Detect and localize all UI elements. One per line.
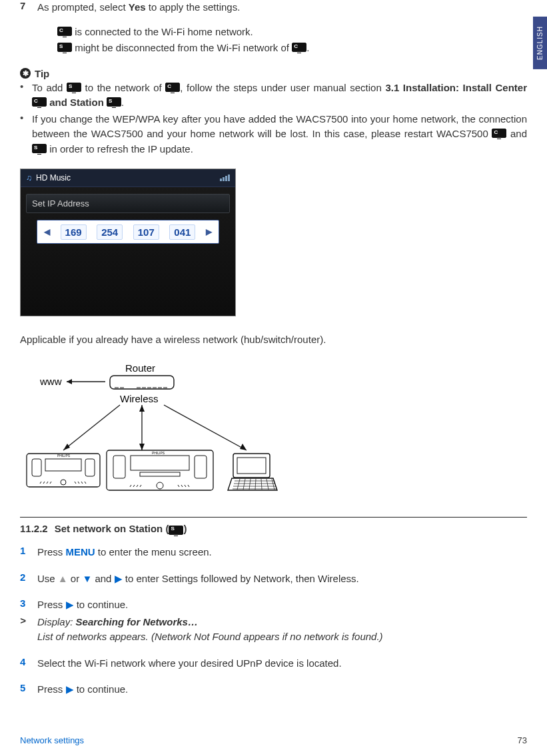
center-icon: C bbox=[165, 83, 180, 92]
svg-line-24 bbox=[43, 482, 45, 484]
step-number: 3 bbox=[20, 597, 37, 612]
svg-line-38 bbox=[130, 485, 131, 487]
ip-octet: 041 bbox=[169, 224, 195, 240]
step-1-text: Press MENU to enter the menu screen. bbox=[37, 545, 527, 560]
svg-line-58 bbox=[267, 479, 269, 490]
station-icon: S bbox=[57, 43, 72, 52]
svg-rect-20 bbox=[85, 459, 95, 476]
svg-text:PHILIPS: PHILIPS bbox=[57, 454, 71, 458]
svg-line-26 bbox=[50, 482, 51, 484]
svg-rect-47 bbox=[233, 454, 270, 478]
svg-text:PHILIPS: PHILIPS bbox=[152, 451, 165, 455]
ip-label: Set IP Address bbox=[26, 194, 230, 213]
svg-line-28 bbox=[75, 482, 76, 484]
step-3-text: Press ▶ to continue. bbox=[37, 597, 527, 612]
svg-line-31 bbox=[85, 482, 86, 484]
svg-line-46 bbox=[188, 485, 189, 487]
station-icon: S bbox=[32, 144, 47, 153]
svg-line-30 bbox=[81, 482, 83, 484]
ip-field[interactable]: ◀ 169 254 107 041 ▶ bbox=[37, 220, 219, 244]
chevron-right-icon: ▶ bbox=[206, 227, 212, 236]
svg-rect-36 bbox=[140, 472, 180, 476]
center-icon: C bbox=[57, 27, 72, 36]
step-7-text: As prompted, select Yes to apply the set… bbox=[37, 0, 527, 15]
ip-octet: 107 bbox=[133, 224, 159, 240]
step-number-7: 7 bbox=[20, 0, 37, 15]
section-divider bbox=[20, 517, 527, 518]
up-arrow-icon: ▲ bbox=[58, 573, 68, 584]
tip-label: Tip bbox=[35, 68, 49, 79]
chevron-left-icon: ◀ bbox=[44, 227, 50, 236]
music-note-icon: ♫ bbox=[26, 173, 32, 183]
svg-rect-35 bbox=[131, 456, 189, 470]
svg-marker-14 bbox=[139, 405, 145, 412]
right-arrow-icon: ▶ bbox=[66, 683, 74, 695]
center-icon: C bbox=[32, 97, 47, 107]
applicable-text: Applicable if you already have a wireles… bbox=[20, 332, 527, 348]
ip-octet: 169 bbox=[61, 224, 87, 240]
svg-line-40 bbox=[137, 485, 138, 487]
down-arrow-icon: ▼ bbox=[82, 573, 92, 584]
laptop-icon bbox=[228, 454, 277, 490]
svg-line-25 bbox=[47, 482, 48, 484]
ip-octet: 254 bbox=[97, 224, 123, 240]
station-icon: S bbox=[169, 526, 183, 535]
device-screenshot: ♫ HD Music Set IP Address ◀ 169 254 107 … bbox=[20, 169, 236, 316]
svg-line-54 bbox=[243, 479, 245, 490]
screen-title: HD Music bbox=[36, 173, 71, 183]
svg-line-41 bbox=[140, 485, 141, 487]
signal-icon bbox=[220, 175, 230, 181]
display-marker: > bbox=[20, 615, 37, 644]
footer-section: Network settings bbox=[20, 735, 84, 745]
svg-line-29 bbox=[78, 482, 79, 484]
center-device-icon: PHILIPS bbox=[107, 450, 213, 490]
step-5-text: Press ▶ to continue. bbox=[37, 682, 527, 697]
svg-point-27 bbox=[61, 480, 66, 485]
svg-line-56 bbox=[255, 479, 256, 490]
svg-line-55 bbox=[249, 479, 251, 490]
svg-marker-15 bbox=[139, 444, 145, 450]
step-number: 1 bbox=[20, 545, 37, 560]
step-4-text: Select the Wi-Fi network where your desi… bbox=[37, 656, 527, 671]
svg-rect-34 bbox=[195, 456, 207, 478]
page-number: 73 bbox=[518, 735, 527, 745]
svg-line-23 bbox=[40, 482, 41, 484]
language-tab: ENGLISH bbox=[533, 17, 547, 69]
step-number: 2 bbox=[20, 571, 37, 586]
right-arrow-icon: ▶ bbox=[115, 573, 123, 584]
center-icon: C bbox=[492, 129, 506, 138]
tip-bullet-1: To add S to the network of C, follow the… bbox=[32, 81, 527, 111]
svg-marker-1 bbox=[67, 379, 72, 384]
step-number: 4 bbox=[20, 656, 37, 671]
svg-line-43 bbox=[178, 485, 179, 487]
center-icon: C bbox=[292, 43, 306, 52]
www-label: www bbox=[39, 376, 62, 387]
bullet-icon: • bbox=[20, 81, 32, 111]
tip-bullet-2: If you change the WEP/WPA key after you … bbox=[32, 112, 527, 157]
svg-rect-33 bbox=[113, 456, 125, 478]
svg-rect-2 bbox=[110, 376, 174, 389]
step-number: 5 bbox=[20, 682, 37, 697]
section-heading: 11.2.2Set network on Station (S) bbox=[20, 523, 527, 534]
router-label: Router bbox=[125, 362, 155, 374]
svg-line-57 bbox=[261, 479, 262, 490]
network-diagram: www Router Wireless bbox=[20, 357, 527, 504]
connected-line: C is connected to the Wi-Fi home network… bbox=[57, 24, 527, 40]
svg-line-53 bbox=[237, 479, 240, 490]
bullet-icon: • bbox=[20, 112, 32, 157]
svg-rect-48 bbox=[237, 458, 266, 474]
svg-line-39 bbox=[133, 485, 135, 487]
station-icon: S bbox=[67, 83, 81, 92]
svg-marker-12 bbox=[63, 444, 70, 450]
disconnected-line: S might be disconnected from the Wi-Fi n… bbox=[57, 40, 527, 56]
wireless-label: Wireless bbox=[120, 393, 159, 404]
tip-icon: ✱ bbox=[20, 68, 31, 79]
svg-line-16 bbox=[164, 405, 247, 450]
svg-rect-19 bbox=[32, 459, 41, 476]
svg-point-42 bbox=[157, 482, 163, 489]
svg-line-45 bbox=[185, 485, 186, 487]
step-2-text: Use ▲ or ▼ and ▶ to enter Settings follo… bbox=[37, 571, 527, 586]
station-device-icon: PHILIPS bbox=[27, 454, 100, 487]
svg-rect-21 bbox=[45, 459, 81, 471]
svg-marker-17 bbox=[240, 444, 247, 450]
